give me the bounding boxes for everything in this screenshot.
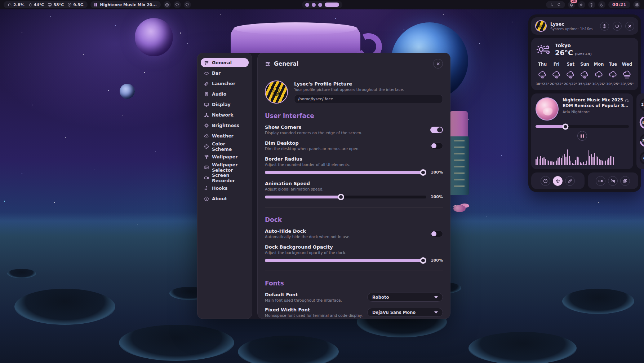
- sidebar-item-audio[interactable]: Audio: [201, 89, 249, 99]
- slider-knob[interactable]: [420, 169, 426, 176]
- right-panel: ☠ Lysec System uptime: 1h16m Tokyo: [528, 14, 641, 192]
- screenshare-button[interactable]: [620, 176, 630, 186]
- overview-button[interactable]: [633, 1, 640, 8]
- setting-desc: Adjust the rounded border of all UI elem…: [265, 162, 443, 167]
- dock-opacity-slider[interactable]: [265, 259, 426, 262]
- favorite-button[interactable]: [174, 1, 181, 8]
- settings-header: General: [258, 59, 450, 69]
- cloud-rain-icon: [580, 70, 589, 79]
- camera-off-button[interactable]: [608, 176, 618, 186]
- workspace-active[interactable]: [325, 3, 339, 7]
- workspace-indicator[interactable]: [302, 1, 342, 8]
- emote-button[interactable]: [164, 1, 171, 8]
- weather-card: Tokyo 26°C (GMT+9) Thu 30°/23° Fri 26°/2…: [531, 38, 638, 90]
- dropdown-value: Roboto: [372, 295, 389, 300]
- clock: 00:21: [612, 2, 626, 7]
- network-icon: [204, 113, 209, 118]
- sidebar-item-bar[interactable]: Bar: [201, 69, 249, 78]
- dim-desktop-toggle[interactable]: [430, 143, 443, 149]
- recording-card: [588, 172, 638, 189]
- media-pill[interactable]: Nightcore Music Mix 20...: [90, 1, 161, 8]
- sidebar-item-color-scheme[interactable]: Color Scheme: [201, 142, 249, 151]
- setting-desc: Automatically hide the dock when not in …: [265, 235, 351, 239]
- network-stat: 9.3G: [67, 3, 84, 7]
- sidebar-item-launcher[interactable]: Launcher: [201, 79, 249, 88]
- brightness-button[interactable]: [588, 1, 595, 8]
- media-title: Nightcore Music Mix 20...: [100, 3, 157, 7]
- power-saver-profile-button[interactable]: [565, 176, 575, 186]
- weather-city: Tokyo: [555, 43, 592, 48]
- sidebar-label: Brightness: [212, 123, 239, 128]
- slider-knob[interactable]: [420, 257, 426, 264]
- rocket-icon: [204, 81, 209, 86]
- sidebar-item-display[interactable]: Display: [201, 100, 249, 109]
- sidebar-item-about[interactable]: About: [201, 194, 249, 203]
- power-button[interactable]: [613, 22, 622, 31]
- setting-dock-opacity: Dock Background Opacity Adjust the backg…: [265, 244, 443, 263]
- screen-record-button[interactable]: [596, 176, 605, 186]
- workspace-dot[interactable]: [312, 3, 316, 7]
- seek-knob[interactable]: [562, 123, 568, 130]
- sidebar-item-general[interactable]: General: [201, 58, 249, 67]
- setting-fixed-font: Fixed Width Font Monospace font used for…: [265, 307, 443, 318]
- settings-button[interactable]: [600, 22, 609, 31]
- setting-label: Dim Desktop: [265, 140, 360, 146]
- forecast-day: Fri 26°/22°: [550, 62, 563, 86]
- camera-off-icon: [610, 179, 615, 183]
- system-stats-pill[interactable]: 2.8% 44°C 38°C 9.3G: [4, 1, 88, 8]
- systray-icon: [557, 3, 561, 7]
- sidebar-item-hooks[interactable]: Hooks: [201, 184, 249, 193]
- monitor-icon: [204, 102, 209, 107]
- default-font-dropdown[interactable]: Roboto: [367, 293, 443, 302]
- border-radius-slider[interactable]: [265, 171, 426, 174]
- volume-button[interactable]: [578, 1, 585, 8]
- sidebar-item-weather[interactable]: Weather: [201, 131, 249, 140]
- sidebar-label: Screen Recorder: [212, 172, 245, 183]
- night-mode-button[interactable]: [598, 1, 605, 8]
- favorite-button[interactable]: [184, 1, 191, 8]
- cloud-lightning-icon: [608, 70, 618, 79]
- clock-pill[interactable]: 00:21: [608, 1, 630, 8]
- profile-path-input[interactable]: [294, 95, 443, 103]
- camera-icon: [598, 179, 603, 183]
- fixed-font-dropdown[interactable]: DejaVu Sans Mono: [367, 308, 443, 317]
- workspace-dot[interactable]: [305, 3, 309, 7]
- setting-border-radius: Border Radius Adjust the rounded border …: [265, 156, 443, 175]
- show-corners-toggle[interactable]: [430, 127, 443, 133]
- autohide-dock-toggle[interactable]: [430, 231, 443, 237]
- heart-icon: [185, 3, 189, 7]
- planet-moon: [120, 84, 135, 99]
- pause-button[interactable]: [577, 131, 587, 141]
- crater: [468, 332, 577, 363]
- gear-icon: [602, 24, 607, 29]
- forecast-day: Tue 30°/25°: [606, 62, 620, 86]
- performance-profile-button[interactable]: [541, 176, 550, 186]
- cloud-rain-icon: [566, 70, 575, 79]
- slider-knob[interactable]: [338, 194, 344, 200]
- setting-default-font: Default Font Main font used throughout t…: [265, 292, 443, 302]
- animation-speed-slider[interactable]: [265, 196, 426, 198]
- notifications-button[interactable]: 23: [568, 1, 575, 8]
- workspace-dot[interactable]: [318, 3, 322, 7]
- close-button[interactable]: [433, 59, 443, 69]
- user-name: Lysec: [550, 21, 592, 27]
- sidebar-item-network[interactable]: Network: [201, 110, 249, 119]
- album-art[interactable]: [536, 97, 559, 121]
- sidebar-item-wallpaper[interactable]: Wallpaper: [201, 152, 249, 161]
- balanced-profile-button[interactable]: [553, 176, 563, 186]
- video-camera-icon: [204, 175, 209, 180]
- avatar[interactable]: ☠: [265, 80, 288, 104]
- sidebar-item-brightness[interactable]: Brightness: [201, 121, 249, 130]
- setting-label: Animation Speed: [265, 181, 443, 186]
- forecast-row: Thu 30°/23° Fri 26°/22° Sat 26°/22° Sun: [536, 62, 634, 86]
- crater: [14, 289, 115, 325]
- systray-pill[interactable]: [546, 1, 565, 8]
- page-title: General: [274, 61, 430, 67]
- sidebar-item-wallpaper-selector[interactable]: Wallpaper Selector: [201, 163, 249, 172]
- seek-slider[interactable]: [536, 125, 629, 128]
- close-panel-button[interactable]: [625, 22, 634, 31]
- setting-desc: Monospace font used for terminal and cod…: [265, 313, 363, 318]
- sidebar-label: About: [212, 196, 227, 201]
- sidebar-item-screen-recorder[interactable]: Screen Recorder: [201, 173, 249, 182]
- setting-show-corners: Show Corners Display rounded corners on …: [265, 124, 443, 135]
